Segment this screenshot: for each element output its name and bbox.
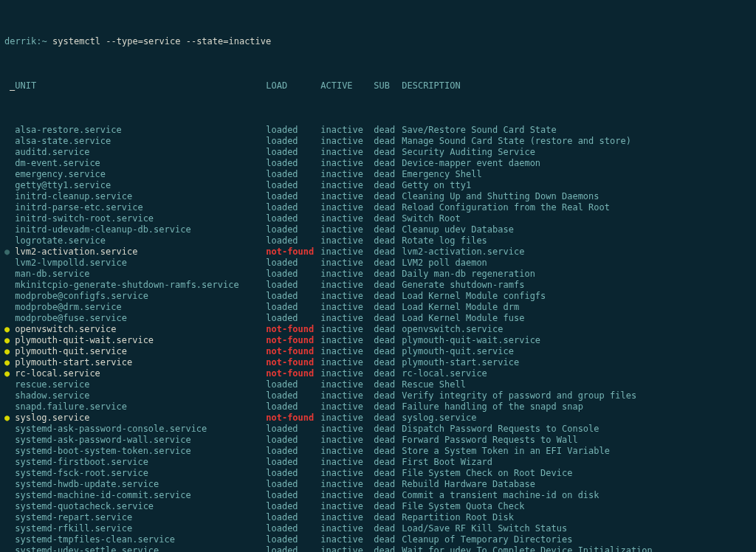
- table-row: systemd-fsck-root.serviceloadedinactived…: [4, 468, 752, 479]
- active-state: inactive: [320, 269, 374, 280]
- table-row: initrd-switch-root.serviceloadedinactive…: [4, 213, 752, 224]
- status-bullet-icon: [4, 136, 10, 147]
- load-state: loaded: [266, 169, 320, 180]
- table-row: dm-event.serviceloadedinactivedeadDevice…: [4, 158, 752, 169]
- unit-description: Load/Save RF Kill Switch Status: [402, 523, 567, 534]
- load-state: loaded: [266, 313, 320, 324]
- active-state: inactive: [320, 435, 374, 446]
- unit-description: Load Kernel Module configfs: [402, 291, 546, 302]
- status-bullet-icon: [4, 435, 10, 446]
- table-row: systemd-udev-settle.serviceloadedinactiv…: [4, 545, 752, 552]
- unit-description: openvswitch.service: [402, 324, 503, 335]
- status-bullet-icon: [4, 147, 10, 158]
- active-state: inactive: [320, 180, 374, 191]
- table-row: systemd-tmpfiles-clean.serviceloadedinac…: [4, 534, 752, 545]
- unit-name: logrotate.service: [15, 235, 266, 246]
- status-bullet-icon: [4, 180, 10, 191]
- load-state: loaded: [266, 224, 320, 235]
- sub-state: dead: [374, 213, 402, 224]
- unit-name: plymouth-quit.service: [15, 346, 266, 357]
- table-row: systemd-ask-password-console.serviceload…: [4, 424, 752, 435]
- unit-description: Commit a transient machine-id on disk: [402, 490, 599, 501]
- active-state: inactive: [320, 202, 374, 213]
- load-state: loaded: [266, 534, 320, 545]
- unit-description: Manage Sound Card State (restore and sto…: [402, 136, 631, 147]
- unit-name: lvm2-lvmpolld.service: [15, 258, 266, 269]
- unit-name: man-db.service: [15, 269, 266, 280]
- unit-name: emergency.service: [15, 169, 266, 180]
- unit-description: Emergency Shell: [402, 169, 481, 180]
- unit-name: mkinitcpio-generate-shutdown-ramfs.servi…: [15, 280, 266, 291]
- load-state: loaded: [266, 523, 320, 534]
- table-header: UNITLOADACTIVESUBDESCRIPTION: [4, 80, 752, 92]
- table-row: plymouth-start.servicenot-foundinactived…: [4, 357, 752, 368]
- status-bullet-icon: [4, 202, 10, 213]
- active-state: inactive: [320, 479, 374, 490]
- load-state: loaded: [266, 512, 320, 523]
- active-state: inactive: [320, 413, 374, 424]
- active-state: inactive: [320, 457, 374, 468]
- load-state: loaded: [266, 390, 320, 401]
- active-state: inactive: [320, 335, 374, 346]
- active-state: inactive: [320, 357, 374, 368]
- unit-name: openvswitch.service: [15, 324, 266, 335]
- unit-description: Reload Configuration from the Real Root: [402, 202, 610, 213]
- active-state: inactive: [320, 125, 374, 136]
- load-state: not-found: [266, 368, 320, 379]
- unit-name: initrd-parse-etc.service: [15, 202, 266, 213]
- load-state: loaded: [266, 302, 320, 313]
- sub-state: dead: [374, 379, 402, 390]
- load-state: not-found: [266, 413, 320, 424]
- sub-state: dead: [374, 479, 402, 490]
- load-state: loaded: [266, 424, 320, 435]
- active-state: inactive: [320, 280, 374, 291]
- unit-name: systemd-hwdb-update.service: [15, 479, 266, 490]
- unit-description: plymouth-quit.service: [402, 346, 514, 357]
- sub-state: dead: [374, 235, 402, 246]
- status-bullet-icon: [4, 302, 10, 313]
- unit-name: initrd-switch-root.service: [15, 213, 266, 224]
- unit-name: systemd-tmpfiles-clean.service: [15, 534, 266, 545]
- unit-name: getty@tty1.service: [15, 180, 266, 191]
- status-bullet-icon: [4, 246, 10, 258]
- sub-state: dead: [374, 368, 402, 379]
- load-state: not-found: [266, 346, 320, 357]
- sub-state: dead: [374, 169, 402, 180]
- table-row: getty@tty1.serviceloadedinactivedeadGett…: [4, 180, 752, 191]
- sub-state: dead: [374, 313, 402, 324]
- unit-description: Store a System Token in an EFI Variable: [402, 446, 610, 457]
- unit-name: plymouth-start.service: [15, 357, 266, 368]
- sub-state: dead: [374, 424, 402, 435]
- load-state: not-found: [266, 324, 320, 335]
- unit-description: Cleanup udev Database: [402, 224, 514, 235]
- table-row: alsa-restore.serviceloadedinactivedeadSa…: [4, 125, 752, 136]
- sub-state: dead: [374, 346, 402, 357]
- load-state: not-found: [266, 357, 320, 368]
- hdr-active: ACTIVE: [320, 80, 374, 92]
- load-state: loaded: [266, 147, 320, 158]
- unit-description: Cleaning Up and Shutting Down Daemons: [402, 191, 599, 202]
- status-bullet-icon: [4, 413, 10, 424]
- unit-name: shadow.service: [15, 390, 266, 401]
- active-state: inactive: [320, 324, 374, 335]
- unit-description: Getty on tty1: [402, 180, 471, 191]
- status-bullet-icon: [4, 501, 10, 512]
- load-state: loaded: [266, 125, 320, 136]
- unit-description: Failure handling of the snapd snap: [402, 401, 583, 413]
- status-bullet-icon: [4, 235, 10, 246]
- status-bullet-icon: [4, 490, 10, 501]
- active-state: inactive: [320, 379, 374, 390]
- unit-description: rc-local.service: [402, 368, 487, 379]
- status-bullet-icon: [4, 468, 10, 479]
- sub-state: dead: [374, 246, 402, 258]
- status-bullet-icon: [4, 512, 10, 523]
- sub-state: dead: [374, 280, 402, 291]
- active-state: inactive: [320, 136, 374, 147]
- load-state: loaded: [266, 501, 320, 512]
- status-bullet-icon: [4, 269, 10, 280]
- table-row: auditd.serviceloadedinactivedeadSecurity…: [4, 147, 752, 158]
- sub-state: dead: [374, 390, 402, 401]
- hdr-sub: SUB: [374, 80, 402, 92]
- terminal-output[interactable]: derrik:~ systemctl --type=service --stat…: [0, 0, 756, 552]
- unit-name: systemd-ask-password-console.service: [15, 424, 266, 435]
